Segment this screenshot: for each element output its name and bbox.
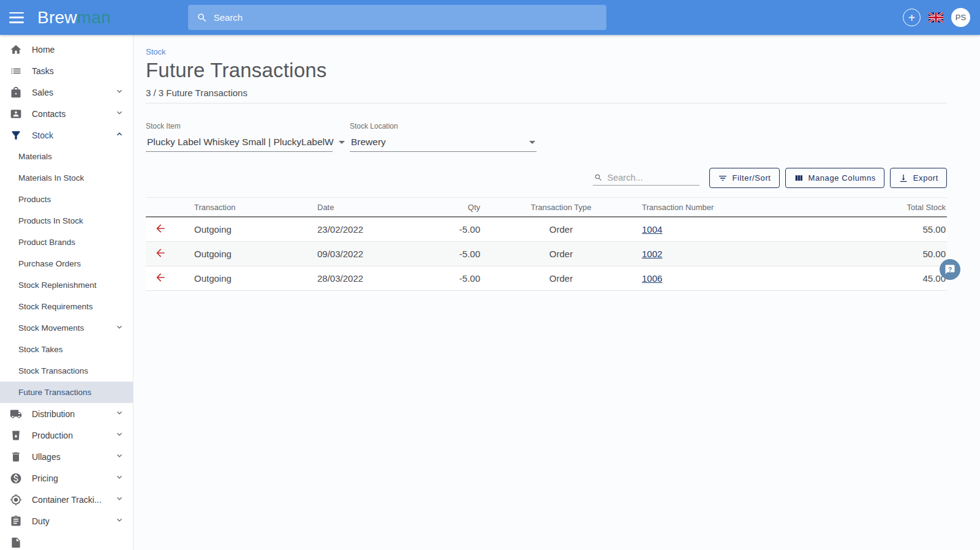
sidebar-item-label: Production [32, 431, 115, 440]
date-cell: 23/02/2022 [316, 217, 402, 242]
transaction-number-link[interactable]: 1004 [642, 224, 662, 235]
uk-flag-icon[interactable] [929, 12, 943, 23]
total-stock-cell: 55.00 [800, 217, 947, 242]
sidebar-item-distribution[interactable]: Distribution [0, 403, 133, 424]
total-stock-cell: 45.00 [800, 266, 947, 291]
avatar[interactable]: PS [951, 8, 970, 27]
sidebar-item-stock-transactions[interactable]: Stock Transactions [0, 360, 133, 382]
logo-man: man [77, 8, 111, 27]
sidebar-item-products-in-stock[interactable]: Products In Stock [0, 210, 133, 232]
sidebar-item-sales[interactable]: Sales [0, 81, 133, 103]
column-header-date[interactable]: Date [316, 198, 402, 217]
record-count: 3 / 3 Future Transactions [146, 88, 947, 98]
sidebar-item-label: Product Brands [18, 238, 124, 247]
chevron-down-icon [115, 108, 124, 119]
add-icon[interactable]: + [903, 9, 921, 26]
sidebar-item-label: Tasks [32, 66, 124, 76]
sidebar-item-stock[interactable]: Stock [0, 124, 133, 146]
stock-location-select[interactable]: Stock Location Brewery [350, 122, 537, 152]
outgoing-arrow-icon[interactable] [154, 226, 167, 236]
sidebar-item-home[interactable]: Home [0, 39, 133, 60]
sidebar-item-container-tracki[interactable]: Container Tracki... [0, 489, 133, 510]
transaction-number-cell: 1002 [641, 242, 800, 266]
column-header-total-stock[interactable]: Total Stock [800, 198, 947, 217]
topbar: Brewman + PS [0, 0, 980, 35]
pricing-icon [10, 472, 22, 484]
stock-location-label: Stock Location [350, 122, 537, 130]
sidebar-item-product-brands[interactable]: Product Brands [0, 232, 133, 253]
column-header-transaction-number[interactable]: Transaction Number [641, 198, 800, 217]
sidebar-item-materials[interactable]: Materials [0, 146, 133, 167]
column-header-transaction[interactable]: Transaction [193, 198, 316, 217]
page-title: Future Transactions [146, 59, 947, 82]
chevron-down-icon [115, 408, 124, 420]
manage-columns-button[interactable]: Manage Columns [785, 168, 884, 188]
sidebar-item-label: Ullages [32, 452, 115, 462]
outgoing-arrow-icon[interactable] [154, 275, 167, 285]
production-icon [10, 429, 22, 442]
distribution-icon [10, 408, 22, 420]
qty-cell: -5.00 [402, 266, 481, 291]
manage-columns-label: Manage Columns [809, 173, 876, 183]
sidebar-item-label: Contacts [32, 109, 115, 119]
chevron-down-icon [115, 429, 124, 441]
table-toolbar: Filter/Sort Manage Columns Export [146, 168, 947, 188]
sidebar-item-stock-takes[interactable]: Stock Takes [0, 339, 133, 360]
sidebar-item-ullages[interactable]: Ullages [0, 446, 133, 467]
sidebar-item-stock-replenishment[interactable]: Stock Replenishment [0, 274, 133, 296]
table-header-row: TransactionDateQtyTransaction TypeTransa… [146, 198, 947, 217]
sidebar-item-production[interactable]: Production [0, 424, 133, 446]
transaction-number-link[interactable]: 1006 [642, 273, 662, 284]
breadcrumb[interactable]: Stock [146, 35, 166, 56]
chevron-down-icon [115, 322, 124, 334]
help-question-mark: ? [944, 265, 956, 274]
global-search-input[interactable] [214, 12, 598, 23]
menu-icon[interactable] [9, 12, 24, 23]
sidebar-item-contacts[interactable]: Contacts [0, 103, 133, 124]
columns-icon [794, 173, 804, 183]
sidebar-item-materials-in-stock[interactable]: Materials In Stock [0, 167, 133, 189]
column-header-icon [146, 198, 193, 217]
sidebar-item-label: Home [32, 45, 124, 55]
sidebar-item-duty[interactable]: Duty [0, 510, 133, 532]
sidebar-item-tasks[interactable]: Tasks [0, 60, 133, 81]
table-row: Outgoing09/03/2022-5.00Order100250.00 [146, 242, 947, 266]
sidebar-item-label: Stock Transactions [18, 366, 124, 375]
sidebar-item-future-transactions[interactable]: Future Transactions [0, 382, 133, 403]
outgoing-arrow-icon[interactable] [154, 251, 167, 261]
stock-item-label: Stock Item [146, 122, 333, 130]
global-search[interactable] [188, 5, 606, 30]
chevron-down-icon [115, 451, 124, 462]
table-search-input[interactable] [608, 173, 698, 183]
column-header-qty[interactable]: Qty [402, 198, 481, 217]
tasks-icon [10, 65, 22, 77]
sidebar-item-label: Stock Movements [18, 323, 115, 333]
sidebar-item-pricing[interactable]: Pricing [0, 467, 133, 489]
sidebar-item-label: Stock Takes [18, 345, 124, 354]
help-button[interactable]: ? [940, 259, 960, 280]
transaction-number-cell: 1006 [641, 266, 800, 291]
chevron-up-icon [115, 129, 124, 141]
stock-item-select[interactable]: Stock Item Plucky Label Whiskey Small | … [146, 122, 333, 152]
sidebar-item-partial[interactable] [0, 532, 133, 550]
header-divider [146, 103, 947, 104]
sidebar-item-stock-movements[interactable]: Stock Movements [0, 317, 133, 339]
table-search[interactable] [593, 170, 699, 186]
dropdown-arrow-icon [339, 141, 345, 144]
type-cell: Order [481, 242, 641, 266]
sidebar-item-stock-requirements[interactable]: Stock Requirements [0, 296, 133, 317]
sidebar-item-label: Pricing [32, 473, 115, 483]
transaction-number-link[interactable]: 1002 [642, 249, 662, 259]
container-icon [10, 494, 22, 506]
sidebar-item-products[interactable]: Products [0, 189, 133, 210]
transactions-table: TransactionDateQtyTransaction TypeTransa… [146, 197, 947, 291]
sidebar-item-purchase-orders[interactable]: Purchase Orders [0, 253, 133, 274]
filter-sort-button[interactable]: Filter/Sort [709, 168, 780, 188]
app-logo[interactable]: Brewman [37, 8, 111, 28]
duty-icon [10, 515, 22, 527]
column-header-transaction-type[interactable]: Transaction Type [481, 198, 641, 217]
export-button[interactable]: Export [890, 168, 947, 188]
table-row: Outgoing23/02/2022-5.00Order100455.00 [146, 217, 947, 242]
stock-location-value: Brewery [351, 137, 386, 148]
chevron-down-icon [115, 515, 124, 527]
